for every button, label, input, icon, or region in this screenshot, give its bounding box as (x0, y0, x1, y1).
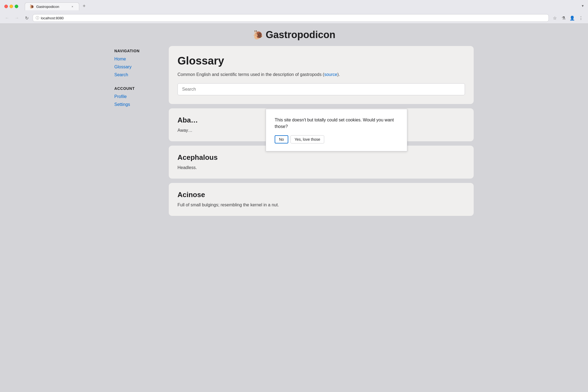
flask-button[interactable]: ⚗ (560, 14, 567, 22)
browser-titlebar: 🐌 Gastropodicon × + ▾ (0, 0, 588, 13)
term-definition-acinose: Full of small bulgings; resembling the k… (177, 202, 465, 208)
term-card-acinose: Acinose Full of small bulgings; resembli… (169, 183, 474, 216)
sidebar: NAVIGATION Home Glossary Search ACCOUNT … (114, 46, 163, 216)
search-input[interactable] (177, 83, 465, 95)
tab-title: Gastropodicon (36, 5, 68, 9)
term-title-acephalous: Acephalous (177, 153, 465, 162)
tab-dropdown-button[interactable]: ▾ (582, 4, 584, 8)
glossary-source-link[interactable]: source (324, 72, 337, 77)
forward-button[interactable]: → (13, 14, 21, 22)
cookie-message: This site doesn't but totally could set … (275, 117, 398, 130)
browser-chrome: 🐌 Gastropodicon × + ▾ ← → ↻ ⓘ localhost:… (0, 0, 588, 24)
term-title-acinose: Acinose (177, 191, 465, 199)
glossary-description: Common English and scientific terms used… (177, 71, 465, 78)
sidebar-item-home[interactable]: Home (114, 55, 163, 63)
sidebar-item-search[interactable]: Search (114, 71, 163, 79)
menu-button[interactable]: ⋮ (577, 14, 585, 22)
browser-toolbar: ← → ↻ ⓘ localhost:8080 ☆ ⚗ 👤 ⋮ (0, 13, 588, 23)
minimize-window-button[interactable] (10, 5, 13, 8)
term-definition-acephalous: Headless. (177, 164, 465, 171)
address-bar[interactable]: ⓘ localhost:8080 (33, 14, 549, 22)
glossary-card: Glossary Common English and scientific t… (169, 46, 474, 104)
cookie-yes-button[interactable]: Yes, love those (290, 135, 324, 143)
back-button[interactable]: ← (3, 14, 11, 22)
reload-button[interactable]: ↻ (23, 14, 30, 22)
cookie-no-button[interactable]: No (275, 135, 288, 143)
tab-favicon: 🐌 (29, 4, 34, 9)
browser-tab[interactable]: 🐌 Gastropodicon × (25, 2, 79, 10)
security-icon: ⓘ (36, 16, 39, 20)
account-section: ACCOUNT Profile Settings (114, 86, 163, 109)
new-tab-button[interactable]: + (80, 2, 88, 10)
nav-section-label: NAVIGATION (114, 49, 163, 53)
tab-close-button[interactable]: × (70, 4, 75, 9)
site-header: 🐌 Gastropodicon (109, 24, 479, 41)
tab-bar: 🐌 Gastropodicon × + (23, 2, 90, 10)
cookie-dialog: This site doesn't but totally could set … (266, 109, 407, 151)
nav-section: NAVIGATION Home Glossary Search (114, 49, 163, 79)
profile-button[interactable]: 👤 (568, 14, 576, 22)
glossary-heading: Glossary (177, 55, 465, 67)
cookie-buttons: No Yes, love those (275, 135, 398, 143)
sidebar-item-profile[interactable]: Profile (114, 93, 163, 101)
address-url: localhost:8080 (41, 16, 64, 20)
maximize-window-button[interactable] (15, 5, 18, 8)
sidebar-item-glossary[interactable]: Glossary (114, 63, 163, 71)
close-window-button[interactable] (4, 5, 8, 8)
sidebar-item-settings[interactable]: Settings (114, 101, 163, 109)
glossary-description-before: Common English and scientific terms used… (177, 72, 324, 77)
glossary-description-after: ). (337, 72, 340, 77)
traffic-lights (4, 5, 18, 8)
site-title: Gastropodicon (266, 29, 335, 41)
toolbar-actions: ☆ ⚗ 👤 ⋮ (551, 14, 585, 22)
site-logo: 🐌 (253, 30, 264, 40)
account-section-label: ACCOUNT (114, 86, 163, 91)
bookmark-button[interactable]: ☆ (551, 14, 559, 22)
